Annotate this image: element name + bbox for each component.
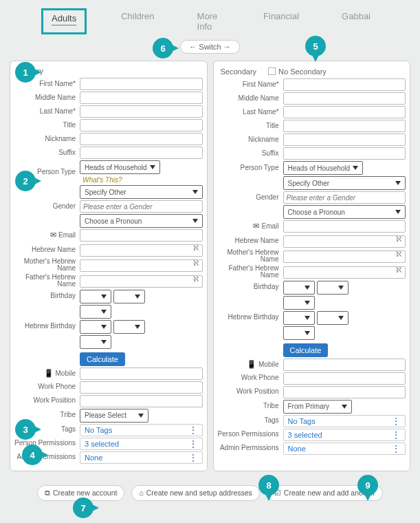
secondary-bday-m[interactable] (283, 281, 315, 295)
secondary-admin-perm-chip[interactable]: None⋮ (283, 442, 406, 455)
whats-this-link[interactable]: What's This? (82, 176, 122, 184)
tab-gabbai[interactable]: Gabbai (333, 8, 379, 34)
primary-hbday-d[interactable] (113, 320, 145, 334)
secondary-tribe-select[interactable]: From Primary (283, 400, 352, 414)
secondary-suffix-input[interactable] (283, 147, 406, 160)
secondary-mother-hebrew-input[interactable] (283, 250, 406, 263)
primary-tribe-select[interactable]: Please Select (80, 409, 148, 423)
secondary-specify-other-select[interactable]: Specify Other (283, 176, 406, 190)
marker-1: 1 (15, 62, 36, 83)
switch-button[interactable]: ← Switch → (180, 40, 240, 54)
primary-mother-hebrew-input[interactable] (80, 259, 203, 272)
primary-person-type-select[interactable]: Heads of Household (80, 160, 160, 174)
primary-gender-input[interactable] (80, 200, 203, 213)
secondary-title-input[interactable] (283, 120, 406, 132)
primary-specify-other-select[interactable]: Specify Other (80, 185, 203, 199)
primary-work-phone-input[interactable] (80, 381, 203, 394)
email-icon (253, 222, 261, 230)
secondary-last-name-input[interactable] (283, 106, 406, 118)
secondary-hbday-d[interactable] (317, 311, 349, 325)
primary-hbday-m[interactable] (80, 320, 111, 334)
secondary-mobile-input[interactable] (283, 359, 406, 371)
secondary-tags-chip[interactable]: No Tags⋮ (283, 415, 406, 427)
secondary-hbday-m[interactable] (283, 311, 315, 325)
primary-bday-y[interactable] (80, 305, 111, 319)
secondary-gender-input[interactable] (283, 191, 406, 204)
primary-bday-d[interactable] (113, 290, 145, 303)
primary-father-hebrew-input[interactable] (80, 275, 203, 288)
no-secondary-checkbox[interactable] (268, 67, 276, 76)
tab-more-info[interactable]: More Info (189, 8, 229, 34)
primary-mobile-input[interactable] (80, 367, 203, 380)
primary-middle-name-input[interactable] (80, 92, 203, 104)
secondary-bday-d[interactable] (317, 281, 349, 295)
secondary-person-perm-chip[interactable]: 3 selected⋮ (283, 429, 406, 441)
primary-admin-perm-chip[interactable]: None⋮ (80, 451, 203, 464)
secondary-person-type-select[interactable]: Heads of Household (283, 161, 364, 175)
home-icon: ⌂ (139, 489, 143, 497)
primary-suffix-input[interactable] (80, 147, 203, 159)
secondary-title: Secondary (221, 67, 257, 76)
email-icon (50, 231, 58, 239)
tab-children[interactable]: Children (113, 8, 162, 34)
primary-pronoun-select[interactable]: Choose a Pronoun (80, 214, 203, 228)
secondary-hebrew-name-input[interactable] (283, 235, 406, 248)
secondary-first-name-input[interactable] (283, 78, 406, 91)
create-new-setup-addresses-button[interactable]: ⌂Create new and setup addresses (131, 485, 259, 501)
secondary-pronoun-select[interactable]: Choose a Pronoun (283, 205, 406, 219)
primary-work-pos-input[interactable] (80, 395, 203, 407)
primary-title-input[interactable] (80, 119, 203, 131)
primary-tags-chip[interactable]: No Tags⋮ (80, 424, 203, 436)
marker-5: 5 (305, 36, 326, 56)
primary-calculate-button[interactable]: Calculate (80, 352, 125, 366)
marker-3: 3 (15, 419, 36, 440)
secondary-bday-y[interactable] (283, 296, 315, 310)
primary-first-name-input[interactable] (80, 78, 203, 90)
primary-hebrew-name-input[interactable] (80, 244, 203, 257)
tab-financial[interactable]: Financial (255, 8, 307, 34)
secondary-calculate-button[interactable]: Calculate (283, 343, 329, 357)
primary-last-name-input[interactable] (80, 105, 203, 118)
secondary-hbday-y[interactable] (283, 326, 315, 340)
secondary-email-input[interactable] (283, 220, 406, 233)
mobile-icon (44, 370, 56, 377)
primary-nickname-input[interactable] (80, 133, 203, 145)
secondary-nickname-input[interactable] (283, 134, 406, 146)
secondary-work-pos-input[interactable] (283, 386, 406, 398)
primary-person-perm-chip[interactable]: 3 selected⋮ (80, 438, 203, 450)
primary-hbday-y[interactable] (80, 335, 111, 349)
mobile-icon (247, 361, 258, 368)
marker-9: 9 (357, 475, 378, 495)
primary-email-input[interactable] (80, 229, 203, 242)
secondary-middle-name-input[interactable] (283, 92, 406, 105)
primary-panel: Primary First Name* Middle Name Last Nam… (10, 61, 208, 471)
secondary-panel: Secondary No Secondary First Name* Middl… (213, 61, 411, 471)
marker-4: 4 (22, 445, 43, 465)
marker-8: 8 (258, 475, 279, 495)
copy-icon: ⧉ (45, 489, 50, 498)
marker-2: 2 (15, 171, 36, 191)
secondary-work-phone-input[interactable] (283, 372, 406, 385)
secondary-father-hebrew-input[interactable] (283, 266, 406, 279)
tab-adults[interactable]: Adults (41, 8, 87, 34)
primary-bday-m[interactable] (80, 290, 111, 303)
marker-7: 7 (73, 498, 93, 518)
marker-6: 6 (153, 38, 173, 58)
